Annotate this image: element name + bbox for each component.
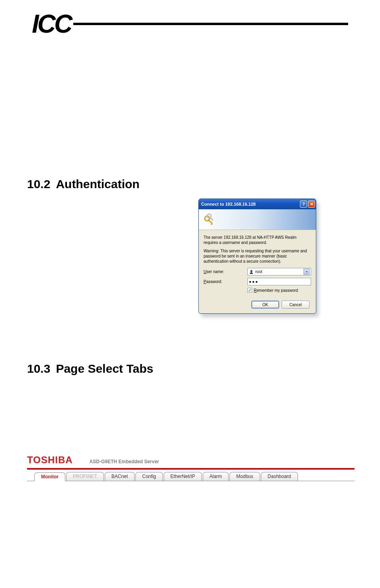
accent-bar [27, 468, 355, 470]
remember-label-rest: emember my password [257, 288, 298, 293]
tab-profinet[interactable]: PROFINET [66, 472, 104, 481]
remember-row: ✓ Remember my password [247, 288, 311, 293]
dialog-banner [199, 209, 316, 230]
section-number: 10.3 [27, 362, 50, 376]
password-accel: P [204, 279, 206, 284]
section-heading-page-select-tabs: 10.3 Page Select Tabs [27, 362, 153, 376]
remember-label: Remember my password [254, 288, 298, 293]
tab-bacnet[interactable]: BACnet [105, 472, 135, 481]
icc-logo: ICC [32, 9, 71, 39]
server-title: ASD-G9ETH Embedded Server [90, 459, 159, 464]
page-header: ICC [32, 12, 348, 36]
password-value: ●●● [249, 279, 259, 284]
section-title: Page Select Tabs [56, 362, 153, 376]
help-button[interactable]: ? [300, 201, 307, 208]
svg-rect-2 [211, 223, 213, 225]
tab-modbus[interactable]: Modbus [229, 472, 260, 481]
username-label: User name: [204, 269, 247, 274]
close-button[interactable]: ✕ [308, 201, 315, 208]
dialog-message-1: The server 192.168.16.128 at NA-HTTP AWS… [204, 235, 311, 245]
remember-checkbox[interactable]: ✓ [247, 288, 252, 293]
svg-point-5 [251, 270, 253, 272]
header-rule [73, 23, 348, 25]
brand-row: TOSHIBA ASD-G9ETH Embedded Server [27, 454, 355, 466]
password-input[interactable]: ●●● [247, 278, 311, 285]
tab-alarm[interactable]: Alarm [203, 472, 229, 481]
section-heading-authentication: 10.2 Authentication [27, 177, 139, 191]
tab-dashboard[interactable]: Dashboard [261, 472, 298, 481]
dialog-titlebar[interactable]: Connect to 192.168.16.128 ? ✕ [199, 199, 316, 209]
tabs-row: Monitor PROFINET BACnet Config EtherNet/… [27, 472, 355, 481]
password-row: Password: ●●● [204, 278, 311, 285]
section-number: 10.2 [27, 177, 50, 191]
tabs-figure: TOSHIBA ASD-G9ETH Embedded Server Monito… [27, 454, 355, 488]
dialog-button-row: OK Cancel [204, 301, 311, 309]
toshiba-logo: TOSHIBA [27, 454, 73, 466]
ok-button[interactable]: OK [251, 301, 279, 309]
person-icon [249, 269, 254, 274]
tab-ethernetip[interactable]: EtherNet/IP [164, 472, 202, 481]
panel-edge [27, 481, 355, 488]
username-input[interactable]: root ▾ [247, 268, 311, 275]
password-label-rest: assword: [206, 279, 222, 284]
password-label: Password: [204, 279, 247, 284]
dialog-message-2: Warning: This server is requesting that … [204, 248, 311, 264]
section-title: Authentication [56, 177, 139, 191]
username-row: User name: root ▾ [204, 268, 311, 275]
cancel-button[interactable]: Cancel [282, 301, 309, 309]
tab-monitor[interactable]: Monitor [34, 472, 65, 481]
username-dropdown-button[interactable]: ▾ [304, 269, 309, 275]
tab-config[interactable]: Config [135, 472, 163, 481]
dialog-body: The server 192.168.16.128 at NA-HTTP AWS… [199, 230, 316, 313]
auth-dialog-figure: Connect to 192.168.16.128 ? ✕ The server… [198, 199, 320, 317]
dialog-title: Connect to 192.168.16.128 [201, 202, 299, 206]
username-label-rest: ser name: [206, 269, 224, 274]
username-value: root [255, 269, 262, 274]
auth-dialog: Connect to 192.168.16.128 ? ✕ The server… [198, 199, 316, 314]
keys-icon [203, 212, 217, 227]
